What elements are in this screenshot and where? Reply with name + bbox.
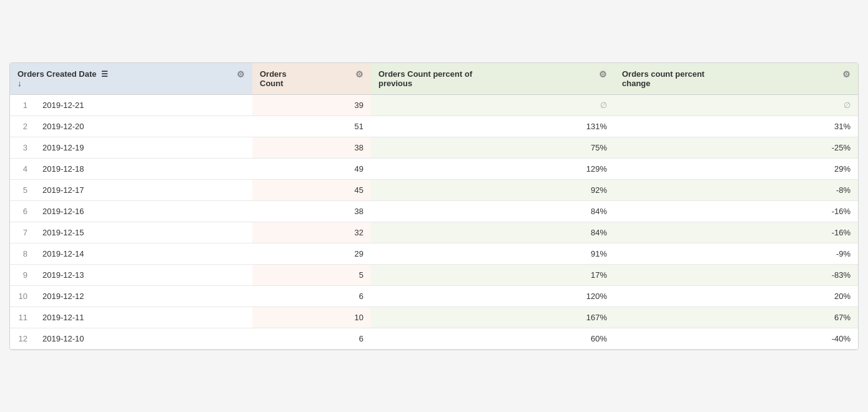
cell-date: 2019-12-16 bbox=[35, 200, 252, 222]
cell-percent-change: -40% bbox=[614, 328, 858, 349]
cell-count: 6 bbox=[252, 328, 371, 349]
table-row: 92019-12-13517%-83% bbox=[10, 264, 858, 285]
cell-percent-change: -83% bbox=[614, 264, 858, 285]
cell-date: 2019-12-18 bbox=[35, 158, 252, 179]
cell-date: 2019-12-14 bbox=[35, 243, 252, 264]
col-percent-change-label-2: change bbox=[622, 79, 651, 88]
col-header-date: Orders Created Date ☰ ↓ ⚙ bbox=[10, 63, 252, 95]
table-row: 102019-12-126120%20% bbox=[10, 285, 858, 307]
cell-date: 2019-12-10 bbox=[35, 328, 252, 349]
cell-percent-prev: 60% bbox=[371, 328, 614, 349]
cell-count: 45 bbox=[252, 179, 371, 200]
row-number: 6 bbox=[10, 200, 35, 222]
cell-percent-prev: 91% bbox=[371, 243, 614, 264]
cell-percent-change: 20% bbox=[614, 285, 858, 307]
cell-percent-change: 67% bbox=[614, 307, 858, 328]
cell-count: 38 bbox=[252, 200, 371, 222]
cell-count: 51 bbox=[252, 115, 371, 137]
cell-percent-prev: 17% bbox=[371, 264, 614, 285]
col-header-percent-change: Orders count percent change ⚙ bbox=[614, 63, 858, 95]
table-row: 122019-12-10660%-40% bbox=[10, 328, 858, 349]
col-count-label-1: Orders bbox=[260, 69, 287, 79]
cell-count: 29 bbox=[252, 243, 371, 264]
cell-date: 2019-12-11 bbox=[35, 307, 252, 328]
row-number: 9 bbox=[10, 264, 35, 285]
row-number: 10 bbox=[10, 285, 35, 307]
null-symbol: ∅ bbox=[844, 101, 851, 110]
cell-date: 2019-12-15 bbox=[35, 222, 252, 243]
cell-date: 2019-12-17 bbox=[35, 179, 252, 200]
cell-count: 10 bbox=[252, 307, 371, 328]
cell-date: 2019-12-21 bbox=[35, 94, 252, 115]
cell-percent-prev: ∅ bbox=[371, 94, 614, 115]
row-number: 12 bbox=[10, 328, 35, 349]
table-row: 42019-12-1849129%29% bbox=[10, 158, 858, 179]
table-row: 72019-12-153284%-16% bbox=[10, 222, 858, 243]
row-number: 4 bbox=[10, 158, 35, 179]
cell-count: 38 bbox=[252, 137, 371, 158]
row-number: 2 bbox=[10, 115, 35, 137]
cell-percent-prev: 92% bbox=[371, 179, 614, 200]
table-row: 32019-12-193875%-25% bbox=[10, 137, 858, 158]
row-number: 7 bbox=[10, 222, 35, 243]
row-number: 5 bbox=[10, 179, 35, 200]
cell-percent-prev: 120% bbox=[371, 285, 614, 307]
col-percent-change-gear-icon[interactable]: ⚙ bbox=[842, 69, 851, 79]
cell-percent-prev: 84% bbox=[371, 200, 614, 222]
col-date-label-1: Orders Created Date bbox=[17, 69, 96, 79]
table-header-row: Orders Created Date ☰ ↓ ⚙ Orders Cou bbox=[10, 63, 858, 95]
col-header-count: Orders Count ⚙ bbox=[252, 63, 371, 95]
cell-percent-change: -9% bbox=[614, 243, 858, 264]
cell-percent-change: 31% bbox=[614, 115, 858, 137]
cell-percent-change: ∅ bbox=[614, 94, 858, 115]
cell-percent-change: -25% bbox=[614, 137, 858, 158]
cell-percent-prev: 129% bbox=[371, 158, 614, 179]
cell-date: 2019-12-13 bbox=[35, 264, 252, 285]
table-row: 82019-12-142991%-9% bbox=[10, 243, 858, 264]
null-symbol: ∅ bbox=[600, 101, 607, 110]
cell-percent-prev: 84% bbox=[371, 222, 614, 243]
col-percent-prev-gear-icon[interactable]: ⚙ bbox=[599, 69, 607, 79]
cell-count: 32 bbox=[252, 222, 371, 243]
cell-percent-prev: 131% bbox=[371, 115, 614, 137]
row-number: 11 bbox=[10, 307, 35, 328]
col-count-label-2: Count bbox=[260, 79, 284, 88]
cell-percent-prev: 75% bbox=[371, 137, 614, 158]
row-number: 3 bbox=[10, 137, 35, 158]
cell-count: 5 bbox=[252, 264, 371, 285]
cell-date: 2019-12-12 bbox=[35, 285, 252, 307]
cell-percent-change: 29% bbox=[614, 158, 858, 179]
table-row: 112019-12-1110167%67% bbox=[10, 307, 858, 328]
cell-date: 2019-12-19 bbox=[35, 137, 252, 158]
col-percent-prev-label-1: Orders Count percent of bbox=[378, 69, 472, 79]
col-count-gear-icon[interactable]: ⚙ bbox=[355, 69, 363, 79]
col-header-percent-prev: Orders Count percent of previous ⚙ bbox=[371, 63, 614, 95]
cell-percent-change: -16% bbox=[614, 222, 858, 243]
cell-count: 39 bbox=[252, 94, 371, 115]
col-percent-prev-label-2: previous bbox=[378, 79, 412, 88]
row-number: 8 bbox=[10, 243, 35, 264]
table-row: 52019-12-174592%-8% bbox=[10, 179, 858, 200]
data-table: Orders Created Date ☰ ↓ ⚙ Orders Cou bbox=[9, 62, 859, 350]
cell-percent-change: -16% bbox=[614, 200, 858, 222]
cell-percent-change: -8% bbox=[614, 179, 858, 200]
col-date-label-2: ↓ bbox=[17, 79, 22, 88]
row-number: 1 bbox=[10, 94, 35, 115]
cell-count: 6 bbox=[252, 285, 371, 307]
sort-icon[interactable]: ☰ bbox=[101, 70, 108, 79]
cell-count: 49 bbox=[252, 158, 371, 179]
table-row: 12019-12-2139∅∅ bbox=[10, 94, 858, 115]
table-row: 62019-12-163884%-16% bbox=[10, 200, 858, 222]
cell-percent-prev: 167% bbox=[371, 307, 614, 328]
table-row: 22019-12-2051131%31% bbox=[10, 115, 858, 137]
cell-date: 2019-12-20 bbox=[35, 115, 252, 137]
col-date-gear-icon[interactable]: ⚙ bbox=[237, 69, 245, 79]
col-percent-change-label-1: Orders count percent bbox=[622, 69, 704, 79]
